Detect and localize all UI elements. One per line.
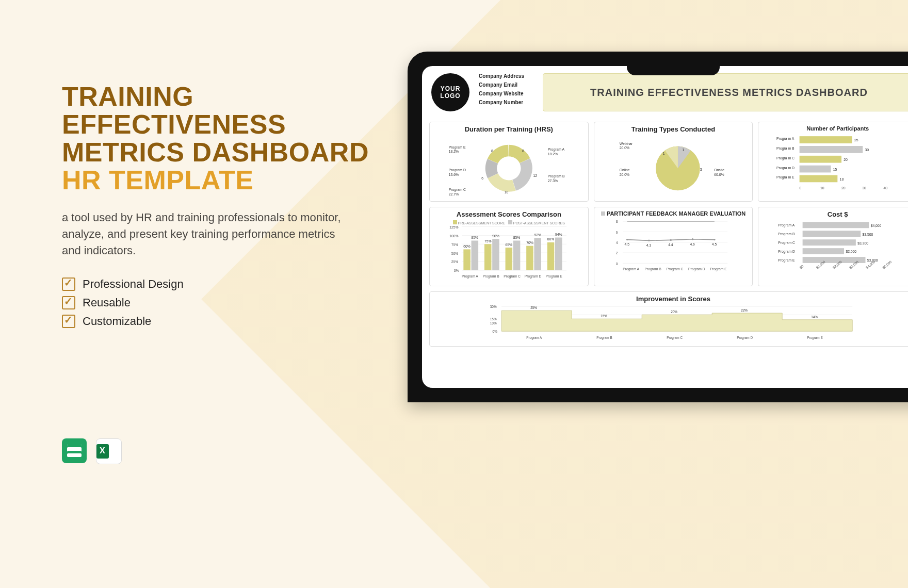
chart-grid: Duration per Training (HRS) 8 12 — [422, 122, 908, 347]
svg-text:8: 8 — [491, 149, 493, 153]
svg-text:Program D: Program D — [688, 267, 705, 271]
svg-text:22.7%: 22.7% — [449, 192, 459, 196]
svg-text:6: 6 — [481, 176, 483, 180]
svg-rect-66 — [484, 244, 492, 270]
svg-text:0: 0 — [800, 186, 802, 190]
svg-text:90%: 90% — [492, 234, 499, 238]
dashboard-title: TRAINING EFFECTIVENESS METRICS DASHBOARD — [543, 73, 908, 111]
promo-panel: TRAINING EFFECTIVENESS METRICS DASHBOARD… — [62, 83, 382, 333]
pie-types: 3 1 1 Onsite 60.0% Online 20.0% Webinar … — [598, 135, 749, 197]
svg-text:Progra m D: Progra m D — [776, 166, 794, 170]
bar-cost: $4,000 $3,500 $3,200 $2,500 $3,800 $0 $1… — [763, 220, 908, 277]
svg-text:$5,000: $5,000 — [882, 260, 893, 270]
svg-text:4.6: 4.6 — [690, 242, 695, 246]
svg-text:Program D: Program D — [737, 336, 753, 340]
svg-text:Program E: Program E — [449, 145, 466, 150]
card-title: PARTICIPANT FEEDBACK MANAGER EVALUATION — [598, 210, 749, 217]
area-improvement: 30%15%10%0% 25% 15% 20% 22% 14% Program … — [434, 305, 908, 342]
svg-text:8: 8 — [615, 220, 618, 223]
svg-text:30%: 30% — [490, 305, 497, 308]
svg-text:20: 20 — [841, 186, 846, 190]
svg-text:Onsite: Onsite — [714, 168, 724, 172]
svg-text:12: 12 — [533, 174, 537, 177]
svg-text:18.2%: 18.2% — [449, 150, 459, 153]
svg-text:4.5: 4.5 — [624, 242, 629, 246]
svg-text:$2,500: $2,500 — [846, 250, 857, 253]
legend-post: POST-ASSESSMENT SCORES — [513, 221, 565, 225]
bullet-row: Professional Design — [62, 277, 382, 291]
svg-rect-116 — [803, 239, 856, 246]
card-title: Cost $ — [763, 210, 908, 218]
card-title: Assessment Scores Comparison — [434, 210, 584, 218]
svg-rect-80 — [555, 238, 562, 270]
svg-text:Program C: Program C — [667, 336, 683, 340]
svg-text:0%: 0% — [454, 269, 459, 272]
card-title: Number of Participants — [763, 125, 908, 132]
svg-text:Progra m A: Progra m A — [776, 137, 794, 141]
svg-text:Webinar: Webinar — [619, 142, 633, 145]
svg-text:Program E: Program E — [545, 274, 562, 279]
svg-text:Program B: Program B — [779, 232, 796, 236]
svg-rect-74 — [526, 246, 533, 270]
meta-website: Company Website — [479, 91, 524, 96]
card-duration: Duration per Training (HRS) 8 12 — [429, 122, 589, 202]
svg-text:60.0%: 60.0% — [714, 173, 724, 176]
svg-text:Progra m E: Progra m E — [776, 175, 794, 179]
svg-text:15%: 15% — [490, 317, 497, 321]
svg-rect-38 — [800, 175, 838, 183]
bar-participants: 25 30 20 15 18 010 2030 40 — [763, 134, 908, 195]
svg-text:125%: 125% — [449, 225, 458, 229]
svg-text:$3,200: $3,200 — [858, 241, 869, 245]
check-icon — [62, 296, 75, 309]
svg-rect-62 — [463, 249, 471, 270]
svg-text:14%: 14% — [811, 315, 818, 319]
svg-text:Program A: Program A — [526, 336, 542, 340]
card-feedback: PARTICIPANT FEEDBACK MANAGER EVALUATION … — [594, 207, 753, 286]
company-meta: Company Address Company Email Company We… — [479, 73, 524, 111]
card-assessment: Assessment Scores Comparison PRE-ASSESSM… — [429, 207, 589, 286]
svg-rect-68 — [492, 239, 499, 270]
svg-rect-72 — [513, 240, 521, 270]
headline-main: TRAINING EFFECTIVENESS METRICS DASHBOARD — [62, 81, 369, 167]
svg-text:Program A: Program A — [779, 223, 795, 227]
svg-text:8: 8 — [522, 149, 524, 153]
svg-text:50%: 50% — [451, 252, 459, 255]
laptop-body: YOUR LOGO Company Address Company Email … — [408, 52, 908, 402]
svg-rect-64 — [472, 240, 479, 270]
meta-email: Company Email — [479, 82, 524, 88]
svg-text:75%: 75% — [484, 239, 492, 243]
svg-text:1: 1 — [682, 148, 684, 152]
donut-duration: 8 12 10 6 8 Program A 18.2% Program B 27… — [434, 135, 584, 197]
promo-paragraph: a tool used by HR and training professio… — [62, 209, 351, 259]
meta-number: Company Number — [479, 100, 524, 105]
svg-point-99 — [670, 239, 671, 241]
svg-text:Program C: Program C — [504, 274, 521, 279]
svg-text:6: 6 — [615, 231, 618, 234]
svg-text:30: 30 — [863, 186, 867, 190]
card-title: Training Types Conducted — [598, 125, 749, 133]
svg-text:20.0%: 20.0% — [619, 173, 629, 176]
svg-text:$0: $0 — [799, 264, 804, 269]
google-sheets-icon — [62, 438, 87, 463]
svg-text:65%: 65% — [506, 243, 513, 247]
svg-text:4: 4 — [615, 241, 618, 244]
bar-assessment: 125%100%75%50%25%0% 60% 85% 75% 90% — [434, 225, 584, 282]
card-types: Training Types Conducted 3 1 1 Onsite 60… — [594, 122, 753, 202]
laptop-notch — [627, 62, 720, 75]
svg-text:Program A: Program A — [548, 148, 565, 152]
svg-text:85%: 85% — [472, 236, 479, 239]
promo-bullets: Professional Design Reusable Customizabl… — [62, 277, 382, 328]
svg-text:30: 30 — [865, 148, 869, 152]
svg-text:1: 1 — [662, 152, 664, 155]
svg-text:22%: 22% — [741, 308, 748, 312]
svg-text:20.0%: 20.0% — [619, 146, 629, 150]
bullet-row: Customizable — [62, 315, 382, 328]
svg-text:20: 20 — [844, 158, 848, 161]
bullet-row: Reusable — [62, 296, 382, 309]
svg-point-97 — [626, 239, 628, 240]
bullet-label: Customizable — [83, 315, 151, 328]
svg-text:94%: 94% — [555, 233, 562, 236]
bullet-label: Reusable — [83, 296, 131, 309]
card-cost: Cost $ $4,000 $3,500 $3,200 $2,500 $3,80… — [758, 207, 908, 286]
legend-pre: PRE-ASSESSMENT SCORE — [458, 221, 505, 225]
